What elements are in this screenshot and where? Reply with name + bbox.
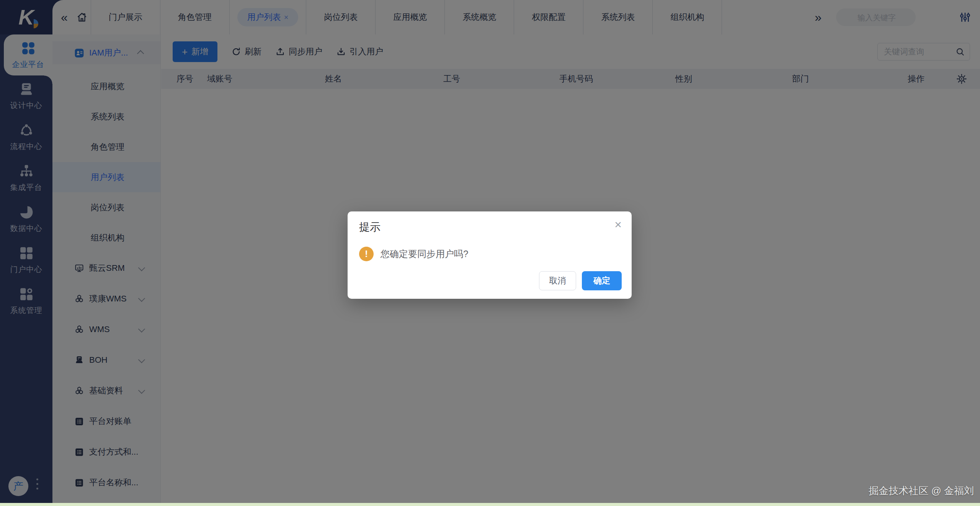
dialog-message: 您确定要同步用户吗?: [381, 248, 468, 260]
warning-glyph: !: [365, 249, 368, 259]
bottom-edge-strip: [0, 503, 980, 506]
warning-icon: !: [359, 247, 374, 261]
confirm-sync-dialog: 提示 × ! 您确定要同步用户吗? 取消 确定: [348, 211, 632, 299]
dialog-body: ! 您确定要同步用户吗?: [359, 247, 468, 261]
app-root: K 企业平台: [0, 0, 980, 506]
close-icon[interactable]: ×: [614, 218, 622, 231]
dialog-footer: 取消 确定: [539, 271, 622, 290]
watermark: 掘金技术社区 @ 金福刘: [869, 484, 974, 498]
cancel-button[interactable]: 取消: [539, 271, 576, 290]
dialog-title: 提示: [359, 220, 381, 234]
confirm-button[interactable]: 确定: [582, 271, 622, 290]
